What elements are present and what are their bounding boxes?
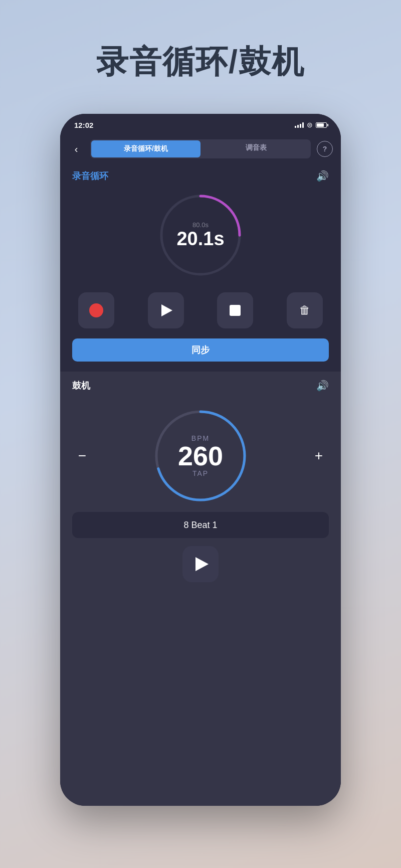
bpm-tap-button[interactable]: BPM 260 TAP bbox=[150, 406, 251, 506]
tap-label: TAP bbox=[192, 469, 209, 477]
drum-section-label: 鼓机 bbox=[72, 380, 90, 392]
help-button[interactable]: ? bbox=[317, 141, 333, 157]
wifi-icon: ⊜ bbox=[307, 121, 313, 129]
record-progress-container: 80.0s 20.1s bbox=[72, 190, 329, 280]
drum-section: 鼓机 🔊 − BPM 260 TAP + 8 bbox=[60, 372, 341, 806]
page-title: 录音循环/鼓机 bbox=[96, 40, 305, 84]
trash-icon: 🗑 bbox=[299, 304, 310, 317]
record-section: 录音循环 🔊 80.0s 20.1s bbox=[60, 162, 341, 372]
phone-mockup: 12:02 ⊜ ‹ 录音循环/鼓机 调音表 ? 录音循环 🔊 bbox=[60, 114, 341, 806]
back-button[interactable]: ‹ bbox=[68, 141, 84, 157]
beat-selector[interactable]: 8 Beat 1 bbox=[72, 512, 329, 538]
battery-icon bbox=[316, 122, 327, 128]
record-controls: 🗑 bbox=[72, 292, 329, 328]
stop-icon bbox=[230, 305, 241, 316]
tab-record-loop[interactable]: 录音循环/鼓机 bbox=[91, 140, 200, 157]
bpm-decrease-button[interactable]: − bbox=[72, 446, 92, 466]
status-time: 12:02 bbox=[74, 121, 93, 129]
nav-tabs: 录音循环/鼓机 调音表 bbox=[90, 139, 311, 158]
record-dot-icon bbox=[89, 303, 103, 317]
record-section-label: 录音循环 bbox=[72, 170, 108, 182]
bpm-increase-button[interactable]: + bbox=[309, 446, 329, 466]
drum-play-icon bbox=[195, 557, 209, 571]
drum-play-container bbox=[72, 546, 329, 582]
record-current-time: 20.1s bbox=[176, 229, 224, 250]
status-bar: 12:02 ⊜ bbox=[60, 114, 341, 136]
play-button[interactable] bbox=[148, 292, 184, 328]
tab-tuner[interactable]: 调音表 bbox=[202, 139, 311, 156]
record-volume-icon[interactable]: 🔊 bbox=[316, 170, 329, 182]
record-time-display: 80.0s 20.1s bbox=[155, 190, 246, 280]
bpm-row: − BPM 260 TAP + bbox=[72, 406, 329, 506]
drum-volume-icon[interactable]: 🔊 bbox=[316, 380, 329, 392]
record-section-header: 录音循环 🔊 bbox=[72, 170, 329, 182]
stop-button[interactable] bbox=[217, 292, 253, 328]
sync-button[interactable]: 同步 bbox=[72, 338, 329, 362]
play-icon bbox=[161, 304, 172, 316]
record-circle: 80.0s 20.1s bbox=[155, 190, 246, 280]
drum-section-header: 鼓机 🔊 bbox=[72, 380, 329, 392]
delete-button[interactable]: 🗑 bbox=[287, 292, 323, 328]
record-button[interactable] bbox=[78, 292, 114, 328]
drum-play-button[interactable] bbox=[182, 546, 219, 582]
record-total-time: 80.0s bbox=[192, 221, 209, 229]
status-icons: ⊜ bbox=[295, 121, 327, 129]
nav-bar: ‹ 录音循环/鼓机 调音表 ? bbox=[60, 136, 341, 162]
signal-icon bbox=[295, 122, 304, 128]
bpm-circle: BPM 260 TAP bbox=[150, 406, 251, 506]
bpm-value: 260 bbox=[178, 442, 223, 469]
